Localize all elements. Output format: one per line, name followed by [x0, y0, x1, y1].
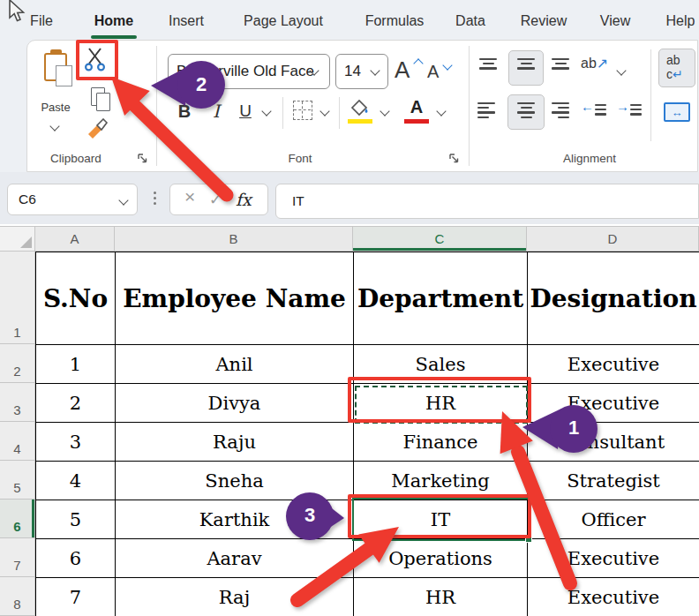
tab-view[interactable]: View	[595, 11, 635, 32]
tab-formulas[interactable]: Formulas	[356, 11, 433, 32]
paste-label: Paste	[32, 101, 79, 114]
tab-insert[interactable]: Insert	[163, 11, 209, 32]
tab-review[interactable]: Review	[515, 11, 573, 32]
formula-bar-splitter-icon[interactable]	[154, 192, 156, 205]
alignment-group-label: Alignment	[554, 152, 625, 165]
row-header-4[interactable]: 4	[0, 422, 35, 461]
top-align-button[interactable]	[479, 58, 497, 70]
fill-color-bar	[348, 119, 372, 124]
annotation-box-cell-c6	[348, 494, 531, 538]
cell-a3[interactable]: 2	[36, 384, 116, 423]
column-header-c-selected[interactable]: C	[353, 226, 527, 252]
cell-a5[interactable]: 4	[36, 462, 116, 500]
cell-b5[interactable]: Sneha	[116, 462, 354, 500]
group-divider	[156, 46, 157, 166]
cell-a2[interactable]: 1	[36, 345, 116, 384]
clipboard-group-label: Clipboard	[35, 152, 116, 165]
column-header-a[interactable]: A	[35, 226, 115, 252]
increase-font-size-button[interactable]: A	[395, 56, 410, 84]
select-all-corner[interactable]	[0, 226, 35, 252]
tab-page-layout[interactable]: Page Layout	[233, 11, 334, 32]
row-header-3[interactable]: 3	[0, 383, 35, 422]
font-color-bar	[404, 119, 429, 124]
formula-controls: × ✓ fx	[169, 184, 268, 215]
insert-function-fx-icon[interactable]: fx	[236, 190, 252, 209]
column-header-b[interactable]: B	[115, 226, 353, 252]
annotation-box-cell-c3	[348, 377, 531, 423]
row-header-2[interactable]: 2	[0, 344, 35, 383]
font-group-label: Font	[265, 152, 335, 165]
cell-b4[interactable]: Raju	[116, 423, 354, 462]
merge-center-button[interactable]: ↔	[664, 102, 690, 122]
employee-table: S.No Employee Name Department Designatio…	[35, 252, 699, 616]
italic-button[interactable]: I	[207, 97, 226, 125]
orientation-arrow-icon: ↗	[597, 56, 608, 71]
cell-c8[interactable]: HR	[354, 578, 528, 616]
cell-a7[interactable]: 6	[36, 539, 116, 578]
group-divider	[469, 46, 470, 166]
cell-a8[interactable]: 7	[36, 578, 116, 616]
cell-a4[interactable]: 3	[36, 423, 116, 462]
excel-window: File Home Insert Page Layout Formulas Da…	[0, 0, 699, 616]
wrap-return-arrow-icon: ↵	[673, 67, 683, 81]
align-left-button[interactable]	[477, 102, 495, 118]
cell-d4[interactable]: Consultant	[528, 423, 699, 462]
cell-a1[interactable]: S.No	[36, 252, 116, 345]
formula-input[interactable]: IT	[275, 184, 699, 219]
cell-d1[interactable]: Designation	[528, 252, 699, 345]
font-dialog-launcher-icon[interactable]	[448, 153, 460, 164]
row-header-7[interactable]: 7	[0, 538, 35, 577]
sub-divider	[650, 49, 651, 141]
cell-b7[interactable]: Aarav	[116, 539, 354, 578]
cell-d7[interactable]: Executive	[528, 539, 699, 578]
row-headers: 1 2 3 4 5 6 7 8	[0, 252, 35, 616]
cell-c1[interactable]: Department	[354, 252, 528, 345]
cell-b8[interactable]: Raj	[116, 578, 354, 616]
font-size-combobox[interactable]: 14	[335, 54, 388, 89]
bottom-align-button[interactable]	[552, 58, 569, 70]
row-header-6-selected[interactable]: 6	[0, 500, 35, 538]
cell-a6[interactable]: 5	[36, 500, 116, 539]
row-header-1[interactable]: 1	[0, 252, 35, 344]
font-color-button[interactable]: A	[406, 95, 427, 118]
cell-b3[interactable]: Divya	[116, 384, 354, 423]
cell-b2[interactable]: Anil	[116, 345, 354, 384]
annotation-box-cut-button	[76, 40, 118, 80]
column-header-d[interactable]: D	[527, 226, 699, 252]
row-header-8[interactable]: 8	[0, 577, 35, 616]
orientation-button[interactable]: ab↗	[581, 55, 608, 71]
cell-d8[interactable]: Executive	[528, 578, 699, 616]
active-tab-underline	[91, 35, 137, 39]
font-name-combobox[interactable]: Baskerville Old Face	[168, 54, 330, 89]
cancel-icon[interactable]: ×	[184, 186, 195, 207]
cell-b1[interactable]: Employee Name	[116, 252, 354, 345]
align-right-button[interactable]	[552, 102, 569, 118]
tab-file[interactable]: File	[26, 11, 56, 32]
cell-d2[interactable]: Executive	[528, 345, 699, 384]
decrease-indent-button[interactable]: ←	[581, 99, 594, 114]
row-header-5[interactable]: 5	[0, 461, 35, 500]
tab-help[interactable]: Help	[662, 11, 699, 32]
borders-button-icon[interactable]	[293, 101, 312, 120]
decrease-font-size-button[interactable]: A	[427, 62, 439, 82]
enter-check-icon[interactable]: ✓	[209, 191, 222, 209]
clipboard-dialog-launcher-icon[interactable]	[137, 153, 148, 164]
cell-d6[interactable]: Officer	[528, 500, 699, 539]
increase-indent-button[interactable]: →	[616, 99, 629, 114]
cell-b6[interactable]: Karthik	[116, 500, 354, 539]
cell-c4[interactable]: Finance	[354, 423, 528, 462]
tab-home[interactable]: Home	[87, 11, 140, 32]
bold-button[interactable]: B	[173, 97, 196, 125]
cell-d5[interactable]: Strategist	[528, 462, 699, 500]
cell-c7[interactable]: Operations	[354, 539, 528, 578]
cell-d3[interactable]: Executive	[528, 384, 699, 423]
wrap-text-button[interactable]: ab c↵	[658, 49, 695, 87]
tab-data[interactable]: Data	[452, 11, 489, 32]
underline-button[interactable]: U	[235, 97, 256, 125]
